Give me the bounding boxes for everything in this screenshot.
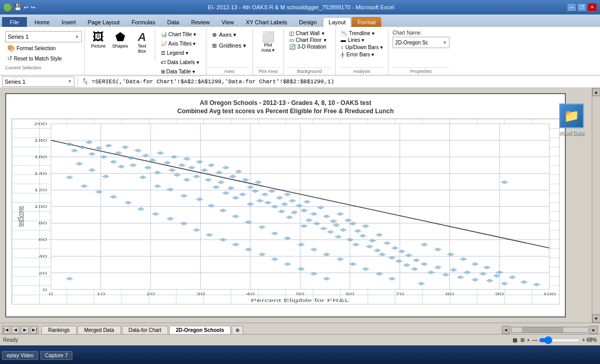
view-break-icon[interactable]: ▪ [528, 337, 530, 343]
sheet-last-button[interactable]: ►| [30, 326, 38, 334]
svg-text:0: 0 [43, 287, 48, 292]
axis-titles-icon: 📈 [161, 41, 167, 47]
tab-home[interactable]: Home [29, 17, 55, 27]
horizontal-scroll-thumb[interactable] [522, 327, 563, 332]
svg-text:30: 30 [196, 292, 205, 296]
vertical-scrollbar[interactable]: ▲ ▼ [592, 88, 600, 323]
excel-icon: 🟢 [3, 3, 12, 11]
tab-design[interactable]: Design [293, 17, 322, 27]
legend-button[interactable]: ☰ Legend ▾ [157, 49, 203, 57]
scroll-left-button[interactable]: ◄ [502, 326, 510, 334]
sheet-tab-data-for-chart[interactable]: Data-for Chart [122, 326, 168, 334]
axes-buttons: ⊕ Axes ▾ ⊞ Gridlines ▾ [209, 30, 248, 67]
tab-layout[interactable]: Layout [323, 17, 351, 27]
horizontal-scroll-track[interactable] [511, 327, 589, 333]
picture-button[interactable]: 🖼 Picture [88, 30, 109, 50]
axes-icon: ⊕ [212, 32, 217, 38]
tab-file[interactable]: File [2, 17, 27, 27]
fx-icon[interactable]: fx [81, 77, 89, 85]
desktop-icon-image: 📁 [559, 103, 584, 128]
name-box[interactable]: Series 1 ▼ [2, 77, 74, 87]
quick-access-undo[interactable]: ↩ [24, 4, 28, 11]
scatter-chart-svg: testScores [12, 119, 559, 304]
svg-text:20: 20 [38, 271, 47, 276]
background-group: ◫ Chart Wall ▾ ▭ Chart Floor ▾ 🔄 3-D Rot… [284, 29, 336, 75]
reset-to-match-button[interactable]: ↺ Reset to Match Style [5, 54, 82, 63]
axes-group: ⊕ Axes ▾ ⊞ Gridlines ▾ Axes [206, 29, 253, 75]
zoom-slider-input[interactable] [539, 336, 580, 344]
text-box-button[interactable]: A TextBox [132, 30, 153, 55]
trendline-icon: 📉 [341, 31, 347, 36]
scroll-up-button[interactable]: ▲ [592, 88, 601, 96]
data-table-icon: ⊞ [161, 69, 165, 74]
chart-plot-area: testScores [11, 118, 560, 305]
series-selector[interactable]: Series 1 ▼ [5, 31, 82, 42]
sheet-tab-oregon-schools[interactable]: 2D-Oregon Schools [169, 326, 231, 334]
sheet-nav-controls: |◄ ◄ ► ►| [2, 326, 38, 334]
data-labels-icon: 🏷 [161, 59, 166, 65]
insert-buttons: 🖼 Picture ⬟ Shapes A TextBox 📊 Chart Tit… [88, 30, 203, 76]
tab-view[interactable]: View [216, 17, 240, 27]
desktop-icon-school-data[interactable]: 📁 chool Data [553, 103, 590, 136]
close-button[interactable]: ✕ [588, 3, 597, 11]
minimize-button[interactable]: — [567, 3, 576, 11]
gridlines-button[interactable]: ⊞ Gridlines ▾ [209, 41, 248, 51]
axis-titles-button[interactable]: 📈 Axis Titles ▾ [157, 39, 203, 48]
shapes-icon: ⬟ [115, 32, 125, 43]
formula-input[interactable] [92, 77, 598, 87]
scroll-right-button[interactable]: ► [590, 326, 598, 334]
tab-review[interactable]: Review [185, 17, 215, 27]
updown-bars-button[interactable]: ↕ Up/Down Bars ▾ [339, 44, 385, 51]
tab-xy-chart-labels[interactable]: XY Chart Labels [240, 17, 293, 27]
chart-wall-button[interactable]: ◫ Chart Wall ▾ [287, 30, 332, 37]
chart-name-box[interactable]: 2D-Oregon Sc ▼ [393, 37, 449, 48]
ribbon: Series 1 ▼ 🎨 Format Selection ↺ Reset to… [0, 27, 600, 75]
sheet-tab-merged-data[interactable]: Merged Data [78, 326, 121, 334]
axes-button[interactable]: ⊕ Axes ▾ [209, 30, 239, 40]
window-title: El- 2012-13 - 4th OAKS R & M schooldigge… [35, 4, 567, 10]
tab-formulas[interactable]: Formulas [126, 17, 161, 27]
data-table-button[interactable]: ⊞ Data Table ▾ [157, 67, 203, 76]
sheet-first-button[interactable]: |◄ [2, 326, 10, 334]
gridlines-icon: ⊞ [212, 42, 217, 49]
formula-divider [78, 77, 78, 87]
error-bars-button[interactable]: ┼ Error Bars ▾ [339, 51, 385, 58]
3d-rotation-button[interactable]: 🔄 3-D Rotation [287, 43, 332, 50]
scroll-down-button[interactable]: ▼ [592, 314, 601, 323]
plot-area-button[interactable]: ⬜ PlotArea ▾ [258, 30, 278, 54]
trendline-button[interactable]: 📉 Trendline ▾ [339, 30, 385, 37]
taskbar-item-capture[interactable]: Capture 7 [40, 351, 72, 360]
zoom-level: 68% [587, 337, 597, 343]
sheet-next-button[interactable]: ► [21, 326, 29, 334]
view-normal-icon[interactable]: ▦ [513, 337, 517, 343]
tab-format[interactable]: Format [352, 17, 381, 27]
format-selection-button[interactable]: 🎨 Format Selection [5, 43, 82, 53]
chart-title-button[interactable]: 📊 Chart Title ▾ [157, 30, 203, 39]
scroll-track[interactable] [592, 96, 601, 314]
main-content: All Oregon Schools - 2012-13 - Grades 4,… [0, 88, 600, 323]
sheet-tab-rankings[interactable]: Rankings [41, 326, 77, 334]
tab-data[interactable]: Data [161, 17, 185, 27]
tab-insert[interactable]: Insert [56, 17, 82, 27]
svg-text:200: 200 [34, 122, 48, 126]
shapes-button[interactable]: ⬟ Shapes [110, 30, 131, 50]
sheet-tab-new[interactable]: ⊕ [232, 326, 243, 334]
name-box-arrow: ▼ [68, 79, 72, 84]
quick-access-save[interactable]: 💾 [14, 4, 22, 11]
data-labels-button[interactable]: 🏷 Data Labels ▾ [157, 58, 203, 67]
lines-button[interactable]: ▬ Lines ▾ [339, 37, 385, 43]
textbox-icon: A [138, 32, 146, 43]
chart-wall-icon: ◫ [289, 31, 294, 36]
zoom-in-button[interactable]: + [582, 337, 585, 343]
restore-button[interactable]: ❐ [577, 3, 587, 11]
plot-area-group: ⬜ PlotArea ▾ Plot Area [253, 29, 284, 75]
chart-floor-button[interactable]: ▭ Chart Floor ▾ [287, 37, 332, 43]
svg-text:80: 80 [445, 292, 454, 296]
chart-container[interactable]: All Oregon Schools - 2012-13 - Grades 4,… [5, 93, 566, 317]
view-layout-icon[interactable]: ⊞ [520, 337, 524, 343]
sheet-prev-button[interactable]: ◄ [11, 326, 20, 334]
tab-page-layout[interactable]: Page Layout [82, 17, 126, 27]
zoom-out-button[interactable]: — [532, 337, 537, 343]
taskbar-item-replay[interactable]: eplay Video [2, 351, 38, 360]
quick-access-redo[interactable]: ↪ [31, 4, 35, 11]
